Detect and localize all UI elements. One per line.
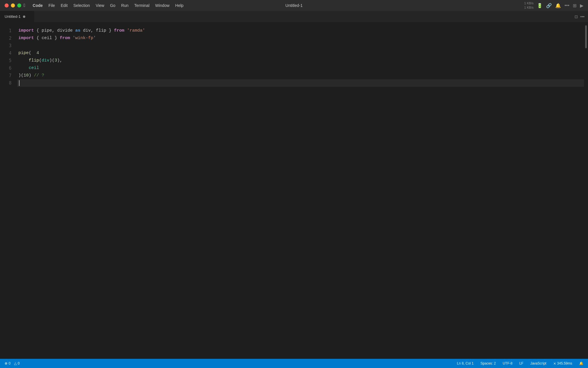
warning-icon: △ <box>14 361 17 365</box>
network-speed: 1 KB/s 1 KB/s <box>524 1 533 10</box>
dots-icon: ••• <box>564 3 569 8</box>
status-timing[interactable]: ⨯ 345.59ms <box>552 361 573 365</box>
token-comment: // ? <box>34 72 44 79</box>
token-3 <box>124 27 127 34</box>
scrollbar[interactable] <box>584 22 588 91</box>
token-import-2: import <box>18 35 34 42</box>
spaces-text: Spaces: 2 <box>481 361 496 365</box>
window-title: Untitled-1 <box>285 3 303 8</box>
status-line-ending[interactable]: LF <box>518 361 525 365</box>
more-actions-icon[interactable]: ••• <box>580 14 585 19</box>
code-line-8 <box>17 79 584 87</box>
line-numbers: 1 2 3 4 5 6 7 8 <box>0 22 17 91</box>
token-num-10: 10 <box>24 72 29 79</box>
menu-terminal[interactable]: Terminal <box>131 2 152 9</box>
menu-edit[interactable]: Edit <box>58 2 70 9</box>
token-str-1: 'ramda' <box>127 27 145 34</box>
token-flip: flip <box>29 57 39 64</box>
warning-count: 0 <box>18 361 20 365</box>
error-icon: ⊗ <box>5 361 7 365</box>
token-6: ( <box>29 50 36 57</box>
token-indent-5 <box>18 57 29 64</box>
token-10: )( <box>18 72 24 79</box>
tab-actions: ⊡ ••• <box>575 14 588 19</box>
code-line-6: ceil <box>17 64 584 72</box>
encoding-text: UTF-8 <box>503 361 512 365</box>
tab-bar-header: Untitled-1 ⊡ ••• <box>0 11 588 22</box>
siri-icon[interactable]: ▶ <box>580 3 583 8</box>
status-right: Ln 8, Col 1 Spaces: 2 UTF-8 LF JavaScrip… <box>456 361 585 365</box>
notifications-icon[interactable]: 🔔 <box>578 361 585 365</box>
menu-file[interactable]: File <box>46 2 58 9</box>
code-line-3 <box>17 42 584 49</box>
close-button[interactable] <box>5 3 9 7</box>
line-num-2: 2 <box>0 34 11 42</box>
token-9: ), <box>57 57 62 64</box>
menu-view[interactable]: View <box>93 2 107 9</box>
status-bar: ⊗ 0 △ 0 Ln 8, Col 1 Spaces: 2 UTF-8 LF J… <box>0 359 588 368</box>
code-line-2: import { ceil } from 'wink-fp' <box>17 34 584 42</box>
editor-tab[interactable]: Untitled-1 <box>0 11 34 22</box>
token-1: { pipe, divide <box>34 27 75 34</box>
token-import-1: import <box>18 27 34 34</box>
line-num-4: 4 <box>0 49 11 57</box>
line-num-1: 1 <box>0 27 11 34</box>
menu-window[interactable]: Window <box>152 2 173 9</box>
status-errors[interactable]: ⊗ 0 △ 0 <box>3 361 21 365</box>
battery-icon: 🔋 <box>537 3 543 8</box>
scrollbar-thumb[interactable] <box>585 25 587 48</box>
unsaved-indicator <box>23 16 25 18</box>
code-line-1: import { pipe, divide as div, flip } fro… <box>17 27 584 34</box>
line-num-6: 6 <box>0 64 11 72</box>
timing-text: ⨯ 345.59ms <box>553 361 572 365</box>
link-icon: 🔗 <box>546 3 552 8</box>
token-div: div <box>42 57 49 64</box>
status-encoding[interactable]: UTF-8 <box>502 361 514 365</box>
token-pipe: pipe <box>18 50 29 57</box>
code-line-5: flip ( div )( 3 ), <box>17 57 584 64</box>
code-line-4: pipe ( 4 <box>17 49 584 57</box>
token-ceil: ceil <box>29 65 39 72</box>
token-11: ) <box>29 72 34 79</box>
status-position[interactable]: Ln 8, Col 1 <box>456 361 475 365</box>
titlebar-left:  Code File Edit Selection View Go Run T… <box>5 2 186 9</box>
error-count: 0 <box>9 361 11 365</box>
traffic-lights <box>5 3 21 7</box>
line-num-3: 3 <box>0 42 11 49</box>
code-editor[interactable]: import { pipe, divide as div, flip } fro… <box>17 22 584 91</box>
menu-code[interactable]: Code <box>30 2 46 9</box>
status-spaces[interactable]: Spaces: 2 <box>479 361 497 365</box>
code-line-7: )( 10 ) // ? <box>17 72 584 79</box>
split-editor-icon[interactable]: ⊡ <box>575 14 578 19</box>
line-num-5: 5 <box>0 57 11 64</box>
menu-selection[interactable]: Selection <box>71 2 93 9</box>
apple-icon:  <box>24 3 25 8</box>
menu-help[interactable]: Help <box>172 2 186 9</box>
titlebar-right: 1 KB/s 1 KB/s 🔋 🔗 🔔 ••• ⊞ ▶ <box>524 1 583 10</box>
token-num-3: 3 <box>55 57 57 64</box>
maximize-button[interactable] <box>17 3 21 7</box>
editor-main: 1 2 3 4 5 6 7 8 import { pipe, divide as… <box>0 22 588 91</box>
notification-icon: 🔔 <box>555 3 561 8</box>
menu-run[interactable]: Run <box>118 2 131 9</box>
line-num-8: 8 <box>0 79 11 87</box>
menu-go[interactable]: Go <box>107 2 118 9</box>
status-left: ⊗ 0 △ 0 <box>3 361 21 365</box>
tab-title: Untitled-1 <box>5 14 21 19</box>
token-2: div, flip } <box>80 27 114 34</box>
token-5 <box>70 35 73 42</box>
line-num-7: 7 <box>0 72 11 79</box>
position-text: Ln 8, Col 1 <box>457 361 473 365</box>
minimize-button[interactable] <box>11 3 15 7</box>
line-ending-text: LF <box>519 361 523 365</box>
tab-bar: Untitled-1 ⊡ ••• <box>0 11 588 22</box>
language-text: JavaScript <box>530 361 546 365</box>
control-center-icon[interactable]: ⊞ <box>573 3 577 8</box>
token-7: ( <box>39 57 42 64</box>
status-language[interactable]: JavaScript <box>529 361 548 365</box>
token-indent-6 <box>18 65 29 72</box>
cursor <box>19 80 22 86</box>
token-as: as <box>75 27 80 34</box>
titlebar:  Code File Edit Selection View Go Run T… <box>0 0 588 11</box>
token-4: { ceil } <box>34 35 60 42</box>
